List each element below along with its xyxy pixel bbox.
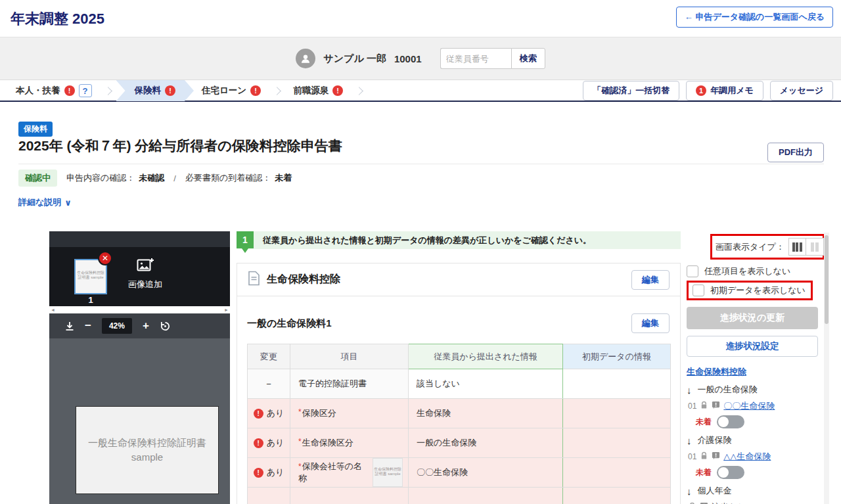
rotate-icon[interactable] xyxy=(160,321,171,332)
instruction-text: 従業員から提出された情報と初期データの情報の差異が正しいかをご確認ください。 xyxy=(263,231,681,249)
col-header-employee: 従業員から提出された情報 xyxy=(409,344,563,369)
arrival-toggle[interactable] xyxy=(717,415,744,428)
viewer-top-strip xyxy=(49,231,230,247)
item-cell: *保険区分 xyxy=(290,399,409,428)
change-label: あり xyxy=(267,407,284,419)
status-value-2: 未着 xyxy=(275,172,292,184)
three-pane-layout-icon[interactable] xyxy=(788,238,806,256)
back-to-list-button[interactable]: ← 申告データ確認の一覧画面へ戻る xyxy=(676,7,833,28)
scrollbar-thumb[interactable] xyxy=(825,235,829,324)
chevron-separator-icon xyxy=(273,87,281,95)
alert-badge-icon: ! xyxy=(165,85,175,96)
search-button[interactable]: 検索 xyxy=(511,48,545,69)
subsection-header: 一般の生命保険料1 編集 xyxy=(237,296,680,344)
horizontal-scrollbar[interactable]: ◄ ► xyxy=(49,306,230,313)
section-edit-button[interactable]: 編集 xyxy=(631,270,670,290)
document-preview-area[interactable]: 一般生命保険料控除証明書 sample xyxy=(49,338,230,504)
alert-badge-icon: ! xyxy=(254,438,263,448)
app-root: 年末調整 2025 ← 申告データ確認の一覧画面へ戻る サンプル 一郎 1000… xyxy=(0,0,841,504)
status-separator: / xyxy=(173,173,176,183)
progress-settings-button[interactable]: 進捗状況設定 xyxy=(687,336,818,357)
col-header-change: 変更 xyxy=(248,344,290,369)
memo-icon xyxy=(700,501,708,504)
tab-label: 本人・扶養 xyxy=(16,85,60,97)
item-number: 01 xyxy=(688,401,696,411)
two-pane-layout-icon[interactable] xyxy=(806,238,824,256)
nav-group-title-row: ↓ 一般の生命保険 xyxy=(687,384,825,396)
nav-status-row: 未着 xyxy=(696,466,825,479)
status-value-1: 未確認 xyxy=(139,172,164,184)
category-badge: 保険料 xyxy=(18,122,53,137)
tab-juutaku-loan[interactable]: 住宅ローン ! xyxy=(194,80,269,101)
hide-initial-data-checkbox[interactable] xyxy=(693,285,704,296)
status-badge: 確認中 xyxy=(18,170,57,187)
download-icon[interactable] xyxy=(65,321,74,331)
nav-group-title: 介護保険 xyxy=(698,434,732,446)
table-row: !あり *保険会社等の名称 生命保険料控除証明書 sample 〇〇生命保険 xyxy=(248,458,671,488)
sidebar-scrollbar[interactable] xyxy=(824,233,829,504)
divider xyxy=(18,164,824,164)
insurance-company-link[interactable]: 〇〇生命保険 xyxy=(723,400,775,412)
change-cell: − xyxy=(248,369,290,399)
col-header-item: 項目 xyxy=(290,344,409,369)
employee-value-cell: 該当しない xyxy=(409,369,563,399)
change-label: あり xyxy=(267,437,284,449)
add-image-icon xyxy=(137,263,154,274)
zoom-out-icon[interactable]: − xyxy=(85,319,91,332)
alert-badge-icon: ! xyxy=(64,85,75,96)
bulk-confirm-button[interactable]: 「確認済」一括切替 xyxy=(583,81,679,101)
scroll-left-icon[interactable]: ◄ xyxy=(51,308,55,312)
pdf-export-button[interactable]: PDF出力 xyxy=(767,143,824,162)
add-image-button[interactable]: 画像追加 xyxy=(120,258,170,290)
nav-item-row: 01 △△生命保険 xyxy=(688,451,825,463)
not-applicable-text: 該当なし xyxy=(712,501,746,504)
tab-label: 前職源泉 xyxy=(293,85,329,97)
alert-badge-icon: ! xyxy=(332,85,343,96)
insurance-company-link[interactable]: △△生命保険 xyxy=(723,451,771,463)
required-star: * xyxy=(298,437,302,446)
memo-icon xyxy=(712,400,720,412)
initial-value-cell xyxy=(563,488,671,504)
required-star: * xyxy=(298,462,302,471)
help-icon[interactable]: ? xyxy=(79,84,92,97)
arrival-toggle[interactable] xyxy=(717,466,744,479)
tab-actions: 「確認済」一括切替 1 年調用メモ メッセージ xyxy=(583,81,841,101)
item-label: *保険会社等の名称 xyxy=(298,461,367,484)
scroll-right-icon[interactable]: ► xyxy=(224,308,229,312)
progress-update-button[interactable]: 進捗状況の更新 xyxy=(687,307,818,329)
add-image-label: 画像追加 xyxy=(120,279,170,290)
nav-group-nursing: ↓ 介護保険 01 △△生命保険 未着 xyxy=(687,434,825,479)
lock-icon xyxy=(700,400,708,412)
document-preview-image: 一般生命保険料控除証明書 sample xyxy=(76,406,219,494)
main-content: 1 従業員から提出された情報と初期データの情報の差異が正しいかをご確認ください。… xyxy=(237,231,681,504)
hide-optional-items-checkbox[interactable] xyxy=(687,265,698,277)
table-header-row: 変更 項目 従業員から提出された情報 初期データの情報 xyxy=(248,344,671,369)
employee-search-input[interactable] xyxy=(440,48,511,69)
step-number-badge: 1 xyxy=(237,231,254,248)
subsection-edit-button[interactable]: 編集 xyxy=(631,313,670,333)
certificate-thumbnail[interactable]: 生命保険料控除証明書 sample xyxy=(373,458,403,487)
document-line-1: 一般生命保険料控除証明書 xyxy=(88,436,206,450)
yearend-memo-button[interactable]: 1 年調用メモ xyxy=(686,81,763,101)
remove-image-icon[interactable]: ✕ xyxy=(98,251,112,265)
top-header: 年末調整 2025 ← 申告データ確認の一覧画面へ戻る xyxy=(0,0,841,37)
right-sidebar: 画面表示タイプ： 任意項目を表示しない 初期データを表示しない 進捗状況の更新 … xyxy=(687,231,825,504)
detail-description-link[interactable]: 詳細な説明 ∨ xyxy=(18,196,72,208)
zoom-in-icon[interactable]: + xyxy=(143,319,149,332)
item-number: 01 xyxy=(688,452,696,461)
hide-optional-items-row: 任意項目を表示しない xyxy=(687,265,825,277)
tab-zenshoku-gensen[interactable]: 前職源泉 ! xyxy=(285,80,351,101)
status-label-1: 申告内容の確認： xyxy=(66,172,135,184)
tab-honnin-fuyou[interactable]: 本人・扶養 ! ? xyxy=(8,80,100,101)
nav-group-general-life: ↓ 一般の生命保険 01 〇〇生命保険 未着 xyxy=(687,384,825,428)
tab-hokenryou[interactable]: 保険料 ! xyxy=(116,80,194,101)
employee-value-cell: 生命保険 xyxy=(409,399,563,428)
nav-group-title-row: ↓ 介護保険 xyxy=(687,434,825,446)
display-type-annotation-box: 画面表示タイプ： xyxy=(710,234,825,260)
message-button[interactable]: メッセージ xyxy=(770,81,833,101)
nav-group-pension: ↓ 個人年金 該当なし 不要 - xyxy=(687,485,825,504)
life-insurance-deduction-link[interactable]: 生命保険料控除 xyxy=(687,366,746,378)
item-label: 保険区分 xyxy=(302,408,336,418)
initial-value-cell xyxy=(563,399,671,428)
hide-initial-data-annotation-box: 初期データを表示しない xyxy=(687,281,813,300)
